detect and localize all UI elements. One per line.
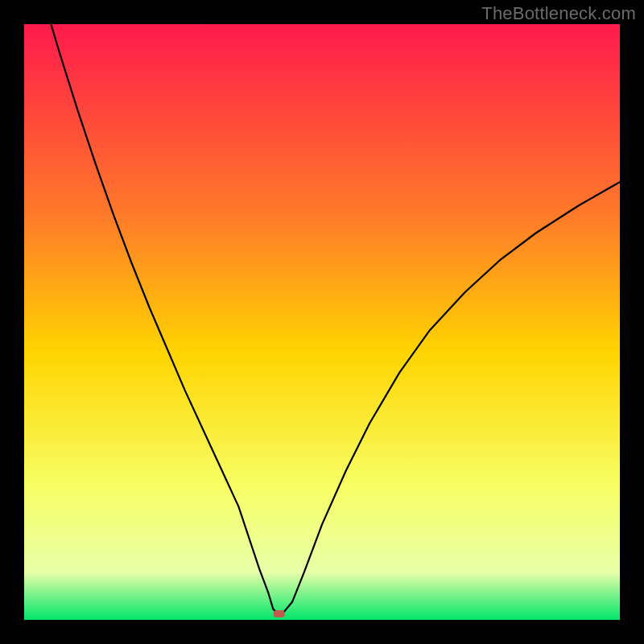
gradient-background: [24, 24, 620, 620]
chart-frame: TheBottleneck.com: [0, 0, 644, 644]
chart-svg: [24, 24, 620, 620]
minimum-marker: [274, 610, 285, 617]
watermark-text: TheBottleneck.com: [481, 3, 636, 24]
plot-area: [24, 24, 620, 620]
